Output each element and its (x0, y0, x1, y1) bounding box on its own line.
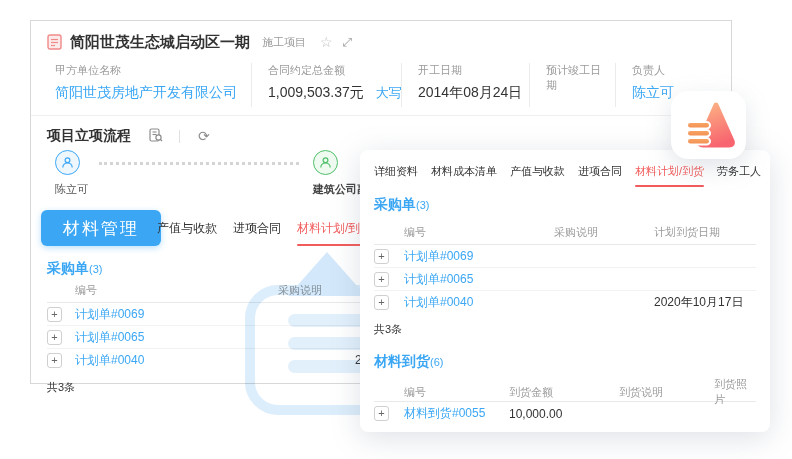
plan-order-link[interactable]: 计划单#0065 (404, 271, 554, 288)
col-header-amount: 到货金额 (509, 385, 619, 400)
divider (179, 130, 180, 143)
expand-row-button[interactable]: + (47, 353, 62, 368)
project-type-tag: 施工项目 (262, 35, 306, 50)
avatar (55, 150, 80, 175)
project-title: 简阳世茂生态城启动区一期 (70, 33, 250, 52)
col-header-date: 计划到货日期 (654, 225, 756, 240)
material-management-button[interactable]: 材料管理 (41, 210, 161, 246)
col-header-no: 编号 (404, 385, 509, 400)
col-header-no: 编号 (75, 283, 245, 298)
spacer (374, 337, 756, 353)
expand-row-button[interactable]: + (374, 249, 389, 264)
tab-output-and-collection[interactable]: 产值与收款 (510, 154, 565, 187)
cell-amount: 10,000.00 (509, 407, 619, 421)
arrival-table: 编号 到货金额 到货说明 到货照片 + 材料到货#0055 10,000.00 (374, 377, 756, 425)
field-label: 甲方单位名称 (55, 63, 237, 78)
purchase-table: 编号 采购说明 计划到货日期 + 计划单#0069 + 计划单#0065 + 计… (374, 220, 756, 314)
start-date-value: 2014年08月24日 (418, 84, 515, 102)
plan-order-link[interactable]: 计划单#0040 (404, 294, 554, 311)
field-party-a: 甲方单位名称 简阳世茂房地产开发有限公司 (55, 63, 251, 107)
expand-row-button[interactable]: + (374, 295, 389, 310)
expand-icon[interactable]: ⤢ (343, 35, 353, 49)
plan-order-link[interactable]: 计划单#0040 (75, 352, 245, 369)
app-logo-badge (671, 91, 746, 159)
field-start-date: 开工日期 2014年08月24日 (401, 63, 529, 107)
avatar (313, 150, 338, 175)
col-header-no: 编号 (404, 225, 554, 240)
app-logo-icon (683, 101, 735, 149)
flow-connector-dots (99, 162, 299, 165)
purchase-section-title: 采购单(3) (374, 196, 756, 214)
flow-section-title: 项目立项流程 (47, 127, 131, 145)
table-header: 编号 到货金额 到货说明 到货照片 (374, 377, 756, 402)
table-row: + 计划单#0040 2020年10月17日 (374, 291, 756, 314)
col-header-desc: 到货说明 (619, 385, 714, 400)
flow-preview-icon[interactable] (149, 128, 163, 144)
col-header-desc: 采购说明 (245, 283, 355, 298)
expand-row-button[interactable]: + (47, 307, 62, 322)
tab-detail-info[interactable]: 详细资料 (374, 154, 418, 187)
cell-date: 2020年10月17日 (654, 294, 756, 311)
refresh-icon[interactable]: ⟳ (198, 129, 210, 143)
contract-amount-value: 1,009,503.37元大写 (268, 84, 387, 102)
table-row: + 计划单#0069 (374, 245, 756, 268)
amount-text: 1,009,503.37元 (268, 84, 364, 100)
section-count: (3) (89, 263, 102, 275)
arrival-section-title: 材料到货(6) (374, 353, 756, 371)
expand-row-button[interactable]: + (47, 330, 62, 345)
field-label: 负责人 (632, 63, 701, 78)
flow-node-label: 陈立可 (55, 182, 315, 197)
plan-order-link[interactable]: 计划单#0069 (75, 306, 245, 323)
row-count-footer: 共3条 (374, 314, 756, 337)
section-title-text: 采购单 (374, 196, 416, 212)
favorite-star-icon[interactable]: ☆ (320, 34, 333, 50)
section-count: (6) (430, 356, 443, 368)
expand-row-button[interactable]: + (374, 406, 389, 421)
table-header: 编号 采购说明 计划到货日期 (374, 220, 756, 245)
tab-incoming-contract[interactable]: 进项合同 (233, 211, 281, 246)
field-expected-completion: 预计竣工日期 (529, 63, 615, 107)
plan-order-link[interactable]: 计划单#0065 (75, 329, 245, 346)
table-row: + 计划单#0065 (374, 268, 756, 291)
col-header-desc: 采购说明 (554, 225, 654, 240)
plan-order-link[interactable]: 计划单#0069 (404, 248, 554, 265)
col-header-photo: 到货照片 (714, 377, 756, 407)
project-fields: 甲方单位名称 简阳世茂房地产开发有限公司 合同约定总金额 1,009,503.3… (31, 53, 731, 107)
project-doc-icon (47, 34, 62, 50)
detail-overlay-panel: 详细资料 材料成本清单 产值与收款 进项合同 材料计划/到货 劳务工人 采购单(… (360, 150, 770, 432)
field-contract-amount: 合同约定总金额 1,009,503.37元大写 (251, 63, 401, 107)
field-label: 开工日期 (418, 63, 515, 78)
party-a-link[interactable]: 简阳世茂房地产开发有限公司 (55, 84, 237, 102)
field-label: 合同约定总金额 (268, 63, 387, 78)
tab-output-and-collection[interactable]: 产值与收款 (157, 211, 217, 246)
expand-row-button[interactable]: + (374, 272, 389, 287)
flow-node-initiator[interactable]: 陈立可 (55, 150, 315, 197)
section-title-text: 材料到货 (374, 353, 430, 369)
flow-title-row: 项目立项流程 ⟳ (31, 116, 731, 146)
tab-incoming-contract[interactable]: 进项合同 (578, 154, 622, 187)
amount-in-words-link[interactable]: 大写 (376, 85, 402, 100)
arrival-order-link[interactable]: 材料到货#0055 (404, 405, 509, 422)
tab-material-cost-list[interactable]: 材料成本清单 (431, 154, 497, 187)
table-row: + 材料到货#0055 10,000.00 (374, 402, 756, 425)
section-title-text: 采购单 (47, 260, 89, 276)
project-header: 简阳世茂生态城启动区一期 施工项目 ☆ ⤢ (31, 21, 731, 53)
field-label: 预计竣工日期 (546, 63, 601, 93)
section-count: (3) (416, 199, 429, 211)
